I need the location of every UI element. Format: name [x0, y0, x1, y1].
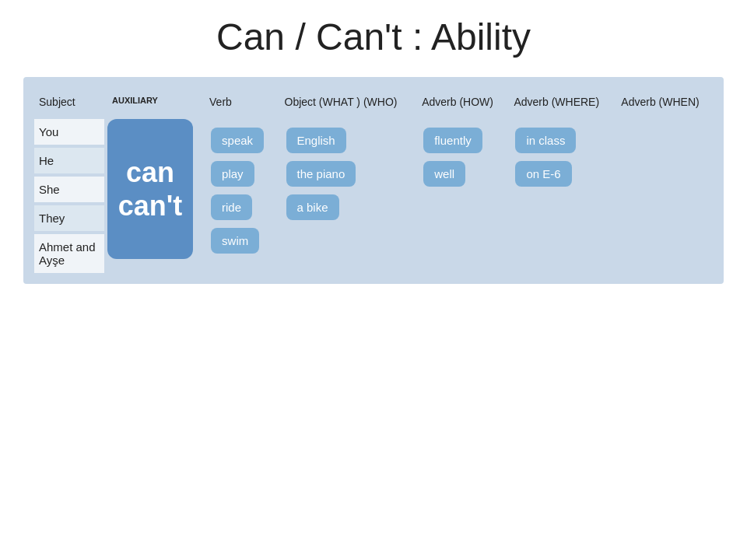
- object-piano: the piano: [286, 161, 356, 187]
- auxiliary-cell: cancan't: [107, 119, 202, 273]
- adverb-fluently: fluently: [423, 128, 482, 153]
- adverb-when-cell: [616, 119, 713, 273]
- header-auxiliary: AUXILIARY: [107, 88, 202, 116]
- verb-cell: speak play ride swim: [205, 119, 276, 273]
- verb-swim: swim: [211, 228, 259, 254]
- verb-speak: speak: [211, 128, 264, 153]
- page-title: Can / Can't : Ability: [216, 16, 531, 58]
- adverb-well: well: [423, 161, 465, 187]
- subject-you: You: [34, 119, 104, 145]
- object-cell: English the piano a bike: [280, 119, 415, 273]
- adverb-on-e6: on E-6: [515, 161, 571, 187]
- object-english: English: [286, 128, 346, 153]
- header-adverb-where: Adverb (WHERE): [509, 88, 613, 116]
- grammar-table: Subject AUXILIARY Verb Object (WHAT ) (W…: [31, 85, 716, 276]
- subject-he: He: [34, 148, 104, 173]
- header-subject: Subject: [34, 88, 104, 116]
- subject-they: They: [34, 205, 104, 231]
- adverb-how-cell: fluently well: [417, 119, 506, 273]
- subject-ahmet-ayse: Ahmet and Ayşe: [34, 234, 104, 273]
- can-cant-box: cancan't: [107, 119, 193, 259]
- header-adverb-when: Adverb (WHEN): [616, 88, 713, 116]
- header-verb: Verb: [205, 88, 276, 116]
- table-row: You cancan't speak play ride swim Englis…: [34, 119, 713, 145]
- header-object: Object (WHAT ) (WHO): [280, 88, 415, 116]
- object-bike: a bike: [286, 194, 339, 220]
- subject-she: She: [34, 177, 104, 202]
- adverb-where-cell: in class on E-6: [509, 119, 613, 273]
- adverb-in-class: in class: [515, 128, 576, 153]
- header-adverb-how: Adverb (HOW): [417, 88, 506, 116]
- verb-ride: ride: [211, 194, 252, 220]
- verb-play: play: [211, 161, 254, 187]
- main-table-wrapper: Subject AUXILIARY Verb Object (WHAT ) (W…: [23, 77, 724, 284]
